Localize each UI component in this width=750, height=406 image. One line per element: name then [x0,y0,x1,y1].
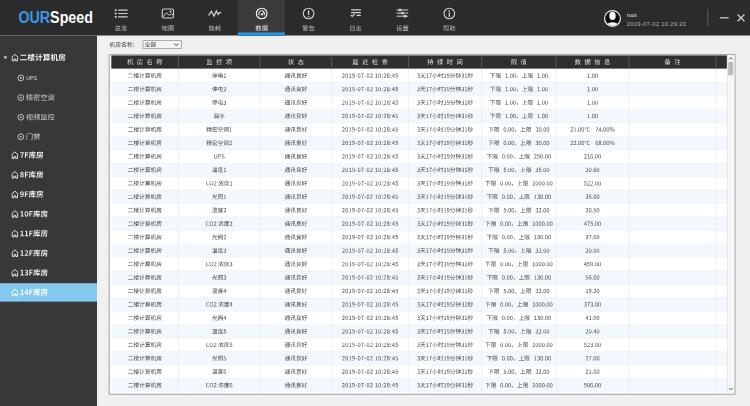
svg-text:UPS: UPS [26,75,37,81]
svg-text:root: root [627,12,637,18]
svg-text:2019-07-02 10:29:20: 2019-07-02 10:29:20 [627,21,686,27]
svg-text:OURSpeed: OURSpeed [18,8,93,26]
